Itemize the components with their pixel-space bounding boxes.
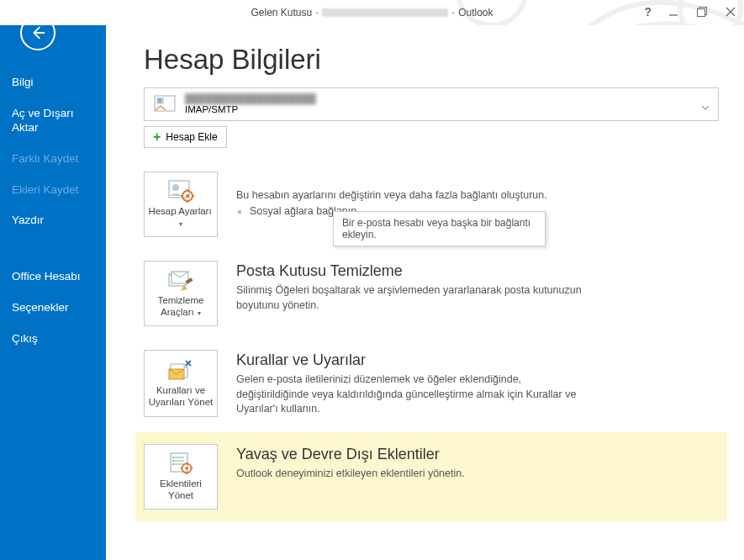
- chevron-down-icon: ▾: [179, 220, 182, 228]
- sidebar-item-info[interactable]: Bilgi: [0, 67, 106, 98]
- svg-point-26: [172, 457, 174, 458]
- section-title: Yavaş ve Devre Dışı Eklentiler: [236, 446, 719, 463]
- svg-point-11: [172, 184, 179, 191]
- account-text: ████████████████████ IMAP/SMTP: [185, 93, 316, 116]
- title-separator: -: [451, 7, 455, 18]
- restore-button[interactable]: [694, 3, 710, 20]
- svg-point-13: [186, 194, 189, 198]
- title-prefix: Gelen Kutusu: [251, 7, 312, 18]
- section-text: Kurallar ve Uyarılar Gelen e-posta ileti…: [236, 350, 719, 417]
- svg-point-27: [172, 460, 174, 462]
- plus-icon: +: [153, 130, 161, 144]
- back-button[interactable]: [20, 15, 55, 50]
- title-separator: -: [315, 7, 319, 18]
- title-email-redacted: [322, 8, 448, 17]
- add-account-tooltip: Bir e-posta hesabı veya başka bir bağlan…: [333, 211, 546, 246]
- sidebar-item-print[interactable]: Yazdır: [0, 205, 106, 236]
- rules-alerts-button[interactable]: Kuralları ve Uyarıları Yönet: [144, 350, 218, 417]
- sidebar-item-options[interactable]: Seçenekler: [0, 293, 106, 324]
- section-description: Outlook deneyiminizi etkileyen eklentile…: [236, 467, 589, 482]
- section-title: Kurallar ve Uyarılar: [236, 351, 719, 369]
- account-protocol: IMAP/SMTP: [185, 104, 316, 116]
- section-rules: Kuralları ve Uyarıları Yönet Kurallar ve…: [144, 341, 719, 425]
- page-title: Hesap Bilgileri: [144, 44, 719, 76]
- titlebar: Gelen Kutusu - - Outlook ?: [0, 0, 744, 25]
- section-description: Silinmiş Öğeleri boşaltarak ve arşivleme…: [236, 283, 589, 313]
- sidebar-item-save-attachments: Ekleri Kaydet: [0, 175, 106, 206]
- account-selector[interactable]: ████████████████████ IMAP/SMTP: [144, 87, 719, 121]
- rules-icon: [167, 358, 194, 382]
- close-button[interactable]: [722, 3, 739, 20]
- minimize-button[interactable]: [665, 3, 682, 20]
- section-description: Gelen e-posta iletilerinizi düzenlemek v…: [236, 372, 589, 417]
- account-settings-icon: [167, 179, 194, 203]
- title-suffix: Outlook: [458, 7, 493, 18]
- sidebar-item-open-export[interactable]: Aç ve Dışarı Aktar: [0, 98, 106, 144]
- svg-point-28: [172, 463, 174, 465]
- cleanup-icon: [167, 268, 194, 292]
- account-settings-button[interactable]: Hesap Ayarları ▾: [144, 172, 218, 237]
- cleanup-label: Temizleme Araçları ▾: [148, 295, 214, 319]
- sidebar-item-office-account[interactable]: Office Hesabı: [0, 262, 106, 293]
- svg-rect-22: [171, 453, 187, 472]
- account-icon: [153, 92, 177, 116]
- svg-rect-2: [698, 9, 705, 17]
- add-account-label: Hesap Ekle: [166, 131, 217, 143]
- sidebar: Bilgi Aç ve Dışarı Aktar Farklı Kaydet E…: [0, 25, 106, 560]
- addins-label: Eklentileri Yönet: [148, 478, 214, 502]
- window-buttons: [665, 3, 739, 20]
- add-account-button[interactable]: + Hesap Ekle: [144, 126, 227, 148]
- section-cleanup: Temizleme Araçları ▾ Posta Kutusu Temizl…: [144, 252, 719, 335]
- help-button[interactable]: ?: [644, 5, 652, 18]
- svg-point-30: [185, 467, 188, 470]
- addins-icon: [167, 452, 194, 475]
- account-settings-label: Hesap Ayarları ▾: [148, 206, 214, 230]
- chevron-down-icon: [701, 100, 710, 115]
- cleanup-tools-button[interactable]: Temizleme Araçları ▾: [144, 261, 218, 326]
- rules-label: Kuralları ve Uyarıları Yönet: [148, 385, 214, 409]
- sidebar-item-exit[interactable]: Çıkış: [0, 324, 106, 355]
- sidebar-item-save-as: Farklı Kaydet: [0, 144, 106, 175]
- chevron-down-icon: ▾: [196, 309, 201, 317]
- section-addins: Eklentileri Yönet Yavaş ve Devre Dışı Ek…: [135, 432, 727, 521]
- section-text: Yavaş ve Devre Dışı Eklentiler Outlook d…: [236, 444, 719, 510]
- content-area: Hesap Bilgileri ████████████████████ IMA…: [106, 25, 744, 560]
- account-email-redacted: ████████████████████: [185, 93, 316, 104]
- section-description: Bu hesabın ayarlarını değiştirin veya da…: [236, 188, 589, 203]
- section-title: Posta Kutusu Temizleme: [236, 262, 719, 280]
- window-title: Gelen Kutusu - - Outlook: [251, 7, 493, 18]
- svg-point-9: [158, 98, 161, 102]
- section-text: Posta Kutusu Temizleme Silinmiş Öğeleri …: [236, 261, 719, 326]
- manage-addins-button[interactable]: Eklentileri Yönet: [144, 444, 218, 510]
